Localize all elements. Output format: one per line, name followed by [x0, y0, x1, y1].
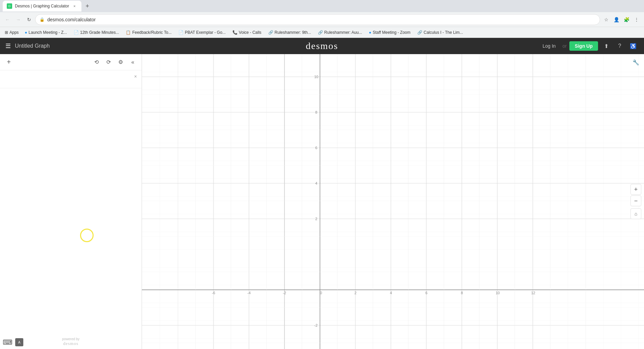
bm-label-pbat: PBAT Exemplar - Go...: [185, 30, 226, 35]
svg-text:-6: -6: [212, 291, 215, 295]
bm-icon-launch: ●: [25, 30, 27, 35]
expression-list: [0, 88, 142, 349]
help-button[interactable]: ?: [614, 41, 625, 51]
svg-text:12: 12: [531, 291, 535, 295]
bm-label-calc: Calculus I - The Lim...: [424, 30, 463, 35]
svg-text:2: 2: [354, 291, 356, 295]
bm-icon-rh2: 🔗: [318, 30, 323, 35]
svg-text:-2: -2: [314, 323, 318, 327]
svg-text:4: 4: [315, 181, 317, 185]
lock-icon: 🔒: [40, 17, 45, 22]
back-button[interactable]: ←: [3, 15, 12, 24]
bm-icon-voice: 📞: [232, 30, 238, 35]
browser-chrome: D Desmos | Graphing Calculator × + ← → ↻…: [0, 0, 644, 38]
apps-grid-icon: ⊞: [5, 30, 8, 35]
more-button[interactable]: ⋮: [632, 15, 641, 24]
tab-bar: D Desmos | Graphing Calculator × +: [0, 0, 644, 12]
or-text: or: [563, 43, 567, 49]
powered-by-footer: powered by desmos: [62, 337, 80, 346]
bm-icon-rh1: 🔗: [268, 30, 273, 35]
bookmark-ruleshammer1[interactable]: 🔗 Ruleshammer: 9th...: [266, 29, 314, 36]
zoom-in-button[interactable]: +: [630, 184, 641, 195]
svg-text:4: 4: [390, 291, 392, 295]
redo-button[interactable]: ⟳: [104, 57, 113, 67]
bm-label-staff: Staff Meeting - Zoom: [373, 30, 411, 35]
desmos-header: ☰ Untitled Graph desmos Log In or Sign U…: [0, 38, 644, 54]
cursor-indicator: [80, 229, 94, 242]
bm-icon-staff: ●: [369, 30, 371, 35]
bookmark-12th-grade[interactable]: 📄 12th Grade Minutes...: [71, 29, 122, 36]
svg-text:6: 6: [425, 291, 427, 295]
tab-favicon: D: [7, 3, 12, 9]
address-bar: ← → ↻ 🔒 desmos.com/calculator ☆ 👤 🧩 ⋮: [0, 12, 644, 27]
svg-rect-1: [142, 54, 644, 349]
url-bar[interactable]: 🔒 desmos.com/calculator: [35, 14, 600, 25]
svg-text:2: 2: [315, 217, 317, 221]
bm-label-rh1: Ruleshammer: 9th...: [275, 30, 311, 35]
accessibility-button[interactable]: ♿: [628, 41, 639, 51]
signup-button[interactable]: Sign Up: [569, 41, 598, 51]
apps-label: Apps: [9, 30, 19, 35]
panel-footer: ⌨ A: [3, 338, 23, 346]
zoom-controls: + − ⌂: [630, 184, 641, 219]
svg-text:-2: -2: [283, 291, 286, 295]
share-button[interactable]: ⬆: [601, 41, 612, 51]
hamburger-menu-button[interactable]: ☰: [5, 42, 11, 50]
bookmark-pbat[interactable]: 📄 PBAT Exemplar - Go...: [176, 29, 228, 36]
app-container: ☰ Untitled Graph desmos Log In or Sign U…: [0, 38, 644, 349]
tab-title: Desmos | Graphing Calculator: [15, 4, 69, 8]
bm-icon-pbat: 📄: [178, 30, 183, 35]
bm-icon-calc: 🔗: [417, 30, 422, 35]
address-actions: ☆ 👤 🧩 ⋮: [601, 15, 641, 24]
svg-text:6: 6: [315, 146, 317, 150]
reload-button[interactable]: ↻: [24, 15, 34, 24]
undo-button[interactable]: ⟲: [92, 57, 101, 67]
main-content: + ⟲ ⟳ ⚙ « × ⌨ A powe: [0, 54, 644, 349]
bookmark-ruleshammer2[interactable]: 🔗 Ruleshammer: Auu...: [315, 29, 365, 36]
svg-text:-4: -4: [247, 291, 251, 295]
bookmark-staff-meeting[interactable]: ● Staff Meeting - Zoom: [366, 29, 413, 36]
profile-button[interactable]: 👤: [612, 15, 621, 24]
graph-settings-button[interactable]: 🔧: [630, 57, 641, 68]
powered-by-logo: desmos: [62, 341, 80, 346]
expression-input[interactable]: [3, 73, 131, 85]
forward-button[interactable]: →: [14, 15, 23, 24]
active-tab[interactable]: D Desmos | Graphing Calculator ×: [3, 1, 81, 11]
svg-text:0: 0: [320, 291, 322, 295]
svg-text:10: 10: [314, 75, 318, 79]
bm-label-feedback: Feedback/Rubric To...: [132, 30, 172, 35]
accessibility-toggle-button[interactable]: A: [15, 338, 23, 346]
zoom-out-button[interactable]: −: [630, 195, 641, 206]
bookmarks-bar: ⊞ Apps ● Launch Meeting - Z... 📄 12th Gr…: [0, 27, 644, 38]
expression-container: ×: [0, 70, 142, 88]
bookmark-star-button[interactable]: ☆: [601, 15, 611, 24]
header-right: Log In or Sign Up ⬆ ? ♿: [539, 41, 639, 51]
zoom-home-button[interactable]: ⌂: [630, 208, 641, 219]
bookmark-feedback[interactable]: 📋 Feedback/Rubric To...: [123, 29, 174, 36]
panel-toolbar: + ⟲ ⟳ ⚙ «: [0, 54, 142, 70]
bookmark-calculus[interactable]: 🔗 Calculus I - The Lim...: [415, 29, 466, 36]
bm-label-rh2: Ruleshammer: Auu...: [324, 30, 362, 35]
bookmark-launch-meeting[interactable]: ● Launch Meeting - Z...: [22, 29, 70, 36]
graph-title[interactable]: Untitled Graph: [15, 43, 50, 49]
expression-panel: + ⟲ ⟳ ⚙ « × ⌨ A powe: [0, 54, 142, 349]
bm-label-12th: 12th Grade Minutes...: [80, 30, 119, 35]
graph-area[interactable]: -6 -4 -2 0 2 4 6 8: [142, 54, 644, 349]
login-button[interactable]: Log In: [539, 41, 560, 51]
bm-icon-feedback: 📋: [126, 30, 131, 35]
bm-icon-12th: 📄: [74, 30, 79, 35]
url-text: desmos.com/calculator: [47, 17, 596, 22]
bookmarks-apps-button[interactable]: ⊞ Apps: [3, 29, 21, 36]
graph-grid: -6 -4 -2 0 2 4 6 8: [142, 54, 644, 349]
keyboard-toggle-button[interactable]: ⌨: [3, 338, 13, 346]
svg-text:10: 10: [496, 291, 500, 295]
extensions-button[interactable]: 🧩: [622, 15, 631, 24]
new-tab-button[interactable]: +: [83, 1, 92, 11]
settings-button[interactable]: ⚙: [116, 57, 125, 67]
expression-close-button[interactable]: ×: [132, 73, 139, 80]
bm-label-voice: Voice - Calls: [239, 30, 262, 35]
bookmark-voice-calls[interactable]: 📞 Voice - Calls: [230, 29, 264, 36]
add-expression-button[interactable]: +: [4, 57, 14, 67]
collapse-panel-button[interactable]: «: [128, 57, 138, 67]
tab-close-button[interactable]: ×: [72, 3, 77, 9]
